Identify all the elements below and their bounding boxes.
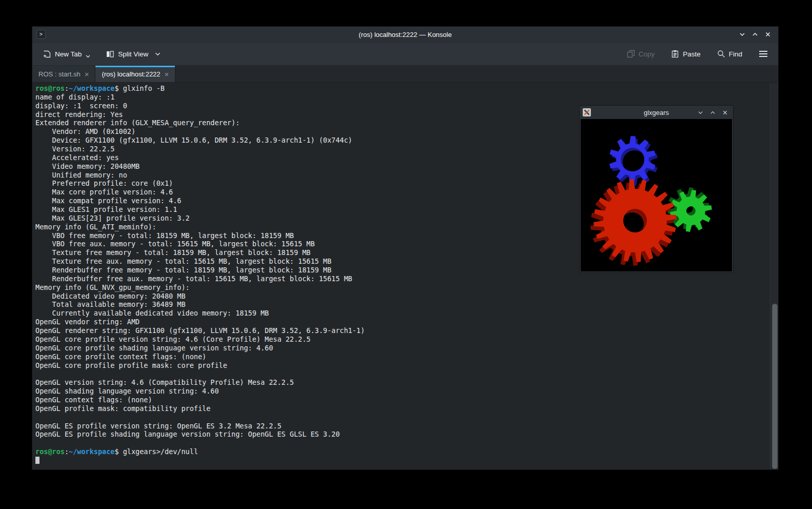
- chevron-up-icon: [752, 31, 758, 37]
- blue-gear: [609, 136, 656, 183]
- chevron-down-icon: [739, 31, 745, 37]
- copy-label: Copy: [639, 50, 655, 58]
- new-tab-button[interactable]: New Tab: [38, 47, 94, 62]
- hamburger-icon: [759, 50, 768, 57]
- toolbar-right-group: Copy Paste Find: [623, 47, 772, 61]
- konsole-titlebar[interactable]: > (ros) localhost:2222 — Konsole: [32, 27, 778, 43]
- close-button[interactable]: [764, 30, 772, 38]
- chevron-down-icon: [698, 110, 703, 115]
- glxgears-window: glxgears: [580, 106, 733, 272]
- glxgears-close-button[interactable]: [721, 108, 729, 116]
- konsole-toolbar: New Tab Split View Copy: [32, 43, 778, 66]
- copy-button[interactable]: Copy: [623, 47, 659, 61]
- tab-label: ROS : start.sh: [38, 70, 81, 78]
- glxgears-minimize-button[interactable]: [696, 108, 704, 116]
- tab-bar: ROS : start.sh × (ros) localhost:2222 ×: [32, 66, 778, 83]
- green-gear: [670, 190, 712, 232]
- split-view-button[interactable]: Split View: [102, 47, 165, 62]
- glxgears-maximize-button[interactable]: [708, 108, 717, 116]
- paste-icon: [671, 50, 679, 58]
- glxgears-titlebar[interactable]: glxgears: [580, 106, 733, 119]
- find-label: Find: [729, 50, 742, 58]
- close-icon: [722, 110, 728, 115]
- terminal-scrollbar[interactable]: [770, 83, 778, 469]
- window-controls: [738, 30, 778, 38]
- tab-ros-localhost-2222[interactable]: (ros) localhost:2222 ×: [95, 66, 175, 82]
- tab-close-icon[interactable]: ×: [85, 70, 89, 78]
- find-button[interactable]: Find: [713, 47, 746, 61]
- glxgears-canvas: [581, 119, 732, 271]
- paste-label: Paste: [683, 50, 701, 58]
- minimize-button[interactable]: [738, 30, 746, 38]
- desktop: > (ros) localhost:2222 — Konsole: [0, 0, 812, 509]
- new-tab-icon: [43, 50, 51, 58]
- chevron-up-icon: [710, 110, 716, 115]
- split-view-icon: [106, 50, 114, 58]
- tab-label: (ros) localhost:2222: [102, 70, 160, 78]
- search-icon: [717, 50, 725, 58]
- tab-close-icon[interactable]: ×: [165, 70, 169, 78]
- copy-icon: [627, 50, 635, 58]
- chevron-down-icon: [86, 55, 90, 58]
- paste-button[interactable]: Paste: [667, 47, 705, 61]
- window-title: (ros) localhost:2222 — Konsole: [32, 31, 778, 38]
- close-icon: [765, 31, 771, 37]
- new-tab-label: New Tab: [55, 50, 82, 58]
- maximize-button[interactable]: [751, 30, 759, 38]
- scrollbar-thumb[interactable]: [772, 304, 778, 469]
- split-view-label: Split View: [118, 50, 148, 58]
- terminal-cursor: [35, 457, 39, 464]
- gears-graphic: [581, 119, 732, 271]
- glxgears-window-controls: [696, 108, 733, 116]
- chevron-down-icon: [155, 52, 161, 56]
- tab-ros-start-sh[interactable]: ROS : start.sh ×: [32, 66, 95, 82]
- menu-button[interactable]: [755, 47, 772, 61]
- toolbar-left-group: New Tab Split View: [38, 47, 165, 62]
